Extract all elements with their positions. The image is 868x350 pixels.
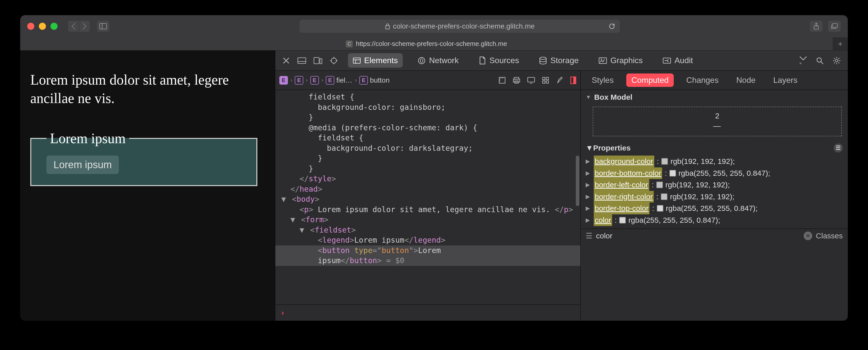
box-model-top: 2 [593,112,841,120]
tab-network[interactable]: Network [413,53,464,68]
grid-icon[interactable] [542,77,549,84]
svg-rect-25 [499,77,505,83]
tab-storage[interactable]: Storage [534,53,584,68]
chevron-right-icon: › [290,77,292,84]
disclosure-triangle-icon: ▶ [586,216,591,225]
property-name: border-left-color [594,179,649,191]
main-area: Lorem ipsum dolor sit amet, legere ancil… [20,51,848,321]
browser-window: color-scheme-prefers-color-scheme.glitch… [20,15,848,321]
color-swatch[interactable] [656,181,663,188]
property-name: border-right-color [594,191,654,203]
filter-input[interactable] [596,232,800,240]
classes-button[interactable]: Classes [816,232,843,240]
address-bar[interactable]: color-scheme-prefers-color-scheme.glitch… [300,20,620,33]
styles-tabbar: Styles Computed Changes Node Layers [581,71,848,90]
dock-side-icon[interactable] [314,57,322,64]
color-swatch[interactable] [661,158,668,165]
forward-button[interactable] [79,21,90,32]
device-icon[interactable] [527,77,535,84]
tab-graphics[interactable]: Graphics [594,53,648,68]
property-name: border-bottom-color [594,168,662,179]
breadcrumb-item[interactable]: E [295,76,303,85]
tab-changes[interactable]: Changes [681,74,724,87]
property-row[interactable]: ▶border-right-color: rgb(192, 192, 192); [586,191,843,203]
settings-icon[interactable] [833,57,841,65]
box-model[interactable]: 2 — [593,107,842,136]
breadcrumb-item[interactable]: Ebutton [359,76,390,85]
back-button[interactable] [68,21,79,32]
window-controls [27,23,58,30]
disclosure-triangle-icon: ▶ [586,180,591,189]
tabs-button[interactable] [828,21,841,32]
box-model-header[interactable]: ▼ Box Model [581,90,848,105]
sidebar-toggle-button[interactable] [97,21,110,32]
close-window-button[interactable] [27,23,34,30]
page-form: Lorem ipsum Lorem ipsum [30,130,265,186]
breadcrumb-tools [499,77,576,84]
styles-pane: Styles Computed Changes Node Layers ▼ Bo… [581,71,848,321]
breadcrumb-item[interactable]: Efiel… [326,76,352,85]
filter-icon[interactable]: ☰ [834,143,843,152]
svg-rect-31 [542,77,545,80]
close-devtools-icon[interactable] [282,57,290,64]
svg-rect-7 [314,57,319,64]
page-button[interactable]: Lorem ipsum [46,155,119,174]
page-content: Lorem ipsum dolor sit amet, legere ancil… [20,51,275,321]
browser-tab[interactable]: C https://color-scheme-prefers-color-sch… [20,37,833,50]
tab-audit[interactable]: Audit [658,53,698,68]
property-row[interactable]: ▶border-left-color: rgb(192, 192, 192); [586,179,843,191]
new-tab-button[interactable]: ＋ [833,37,848,50]
property-row[interactable]: ▶background-color: rgb(192, 192, 192); [586,155,843,168]
tab-node[interactable]: Node [731,74,761,87]
property-row[interactable]: ▶color: rgba(255, 255, 255, 0.847); [586,214,843,226]
tab-elements[interactable]: Elements [348,53,403,68]
share-button[interactable] [810,21,823,32]
tab-layers[interactable]: Layers [768,74,802,87]
filter-funnel-icon: ☰ [586,231,592,240]
svg-line-23 [821,61,823,64]
print-icon[interactable] [513,77,520,84]
search-icon[interactable] [816,57,824,64]
color-swatch[interactable] [657,205,663,212]
more-tabs-icon[interactable]: » [799,56,807,65]
scrollbar[interactable] [576,155,579,206]
property-name: background-color [594,155,654,168]
nav-buttons [68,21,90,32]
tab-computed[interactable]: Computed [626,74,674,87]
reload-button[interactable] [608,23,615,30]
devtools-body: E › E › E › Efiel… › Ebutton [275,71,848,321]
svg-rect-5 [298,58,306,63]
page-fieldset: Lorem ipsum Lorem ipsum [30,130,257,186]
inspect-icon[interactable] [330,57,338,65]
elements-pane: E › E › E › Efiel… › Ebutton [275,71,581,321]
lock-icon [385,23,390,30]
ruler-icon[interactable] [499,77,506,84]
breadcrumb-item[interactable]: E [310,76,319,85]
svg-rect-32 [546,77,548,80]
svg-rect-4 [833,24,837,27]
dock-bottom-icon[interactable] [298,57,306,64]
minimize-window-button[interactable] [39,23,46,30]
color-swatch[interactable] [619,217,626,224]
tab-sources[interactable]: Sources [474,53,524,68]
svg-point-24 [835,59,838,62]
disclosure-triangle-icon: ▶ [586,157,591,166]
property-row[interactable]: ▶border-bottom-color: rgba(255, 255, 255… [586,168,843,179]
properties-header[interactable]: ▼ Properties ☰ [581,140,848,155]
breadcrumb-item[interactable]: E [279,76,288,85]
console-prompt[interactable]: › [275,304,580,321]
color-swatch[interactable] [661,194,668,200]
devtools-left-icons [282,57,338,65]
filter-row: ☰ ✕ Classes [581,229,848,243]
tab-styles[interactable]: Styles [587,74,619,87]
dom-tree[interactable]: fieldset { background-color: gainsboro; … [275,90,580,304]
color-swatch[interactable] [670,170,676,176]
console-chevron-icon: › [280,308,285,317]
property-row[interactable]: ▶border-top-color: rgba(255, 255, 255, 0… [586,203,843,214]
zoom-window-button[interactable] [51,23,58,30]
disclosure-triangle-icon: ▶ [586,169,591,177]
compositing-icon[interactable] [570,77,576,84]
chevron-right-icon: › [321,77,323,84]
clear-filter-button[interactable]: ✕ [804,232,812,240]
paint-icon[interactable] [556,77,563,84]
